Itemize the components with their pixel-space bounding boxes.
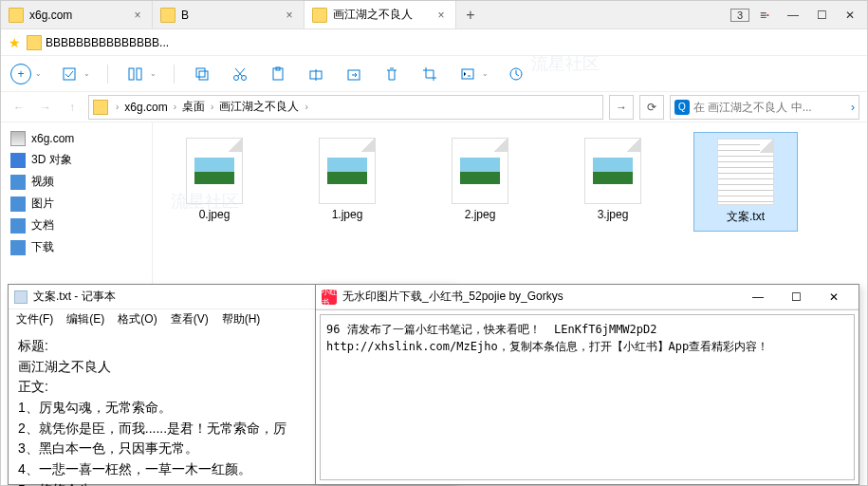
menu-help[interactable]: 帮助(H) xyxy=(222,311,261,327)
menu-file[interactable]: 文件(F) xyxy=(16,311,53,327)
download-icon xyxy=(10,240,26,255)
close-button[interactable]: ✕ xyxy=(837,5,863,26)
url-textarea[interactable] xyxy=(320,314,855,480)
sidebar-label: x6g.com xyxy=(31,132,74,145)
tab-label: x6g.com xyxy=(29,9,125,22)
tab-count-badge: 3 xyxy=(730,9,749,22)
sidebar-item-pictures[interactable]: 图片 xyxy=(5,193,148,215)
folder-icon xyxy=(27,35,42,50)
forward-button[interactable]: → xyxy=(35,97,56,118)
search-go-icon[interactable]: › xyxy=(851,101,855,114)
chevron-down-icon[interactable]: ⌄ xyxy=(83,69,90,78)
sidebar-item-downloads[interactable]: 下载 xyxy=(5,236,148,258)
search-input[interactable] xyxy=(693,101,847,114)
move-button[interactable] xyxy=(343,64,364,84)
history-button[interactable] xyxy=(506,64,526,84)
select-button[interactable] xyxy=(59,64,80,84)
file-name: 文案.txt xyxy=(727,209,765,225)
file-item[interactable]: 0.jpeg xyxy=(162,132,267,232)
chevron-down-icon[interactable]: ⌄ xyxy=(482,69,489,78)
downloader-title: 无水印图片下载_小红书_52pojie by_Gorkys xyxy=(342,289,563,305)
cut-button[interactable] xyxy=(230,64,250,84)
new-button[interactable]: + xyxy=(10,64,31,84)
sidebar-item-documents[interactable]: 文档 xyxy=(5,215,148,236)
svg-point-6 xyxy=(242,75,247,80)
xiaohongshu-icon: 小红书 xyxy=(322,290,337,305)
svg-point-5 xyxy=(234,75,239,80)
copy-button[interactable] xyxy=(192,64,212,84)
menu-view[interactable]: 查看(V) xyxy=(171,311,209,327)
sidebar-label: 文档 xyxy=(31,217,54,234)
sidebar-label: 图片 xyxy=(31,196,54,212)
sidebar-label: 3D 对象 xyxy=(31,152,72,168)
file-item[interactable]: 2.jpeg xyxy=(428,132,532,232)
refresh-button[interactable]: ⟳ xyxy=(639,95,664,120)
window-controls: 3 ≡• — ☐ ✕ xyxy=(730,5,867,26)
search-icon: Q xyxy=(674,100,690,115)
tab-label: B xyxy=(181,9,277,22)
downloader-body xyxy=(316,309,859,484)
file-item-selected[interactable]: 文案.txt xyxy=(693,132,798,232)
delete-button[interactable] xyxy=(381,64,402,84)
folder-icon xyxy=(93,100,108,115)
folder-icon xyxy=(160,8,175,23)
sidebar-item-disk[interactable]: x6g.com xyxy=(5,128,148,149)
star-icon[interactable]: ★ xyxy=(9,35,21,50)
image-thumbnail xyxy=(452,138,508,204)
maximize-button[interactable]: ☐ xyxy=(808,5,835,26)
folder-icon xyxy=(9,8,24,23)
svg-rect-1 xyxy=(129,68,134,80)
breadcrumb: ›x6g.com ›桌面 ›画江湖之不良人 › xyxy=(112,99,312,115)
back-button[interactable]: ← xyxy=(9,97,29,118)
close-icon[interactable]: × xyxy=(434,9,448,22)
new-tab-button[interactable]: + xyxy=(456,7,485,24)
bookmark-folder[interactable]: BBBBBBBBBBBBBBB... xyxy=(27,35,169,50)
crumb-item[interactable]: 画江湖之不良人 xyxy=(219,99,299,115)
minimize-button[interactable]: — xyxy=(739,286,777,308)
maximize-button[interactable]: ☐ xyxy=(777,286,815,308)
menu-format[interactable]: 格式(O) xyxy=(118,311,157,327)
menu-edit[interactable]: 编辑(E) xyxy=(66,311,104,327)
chevron-down-icon[interactable]: ⌄ xyxy=(150,69,157,78)
file-name: 3.jpeg xyxy=(598,208,629,221)
crumb-item[interactable]: x6g.com xyxy=(124,101,167,114)
file-name: 2.jpeg xyxy=(465,208,496,221)
downloader-window: 小红书 无水印图片下载_小红书_52pojie by_Gorkys — ☐ ✕ xyxy=(315,284,859,485)
address-box[interactable]: ›x6g.com ›桌面 ›画江湖之不良人 › xyxy=(88,95,603,120)
close-icon[interactable]: × xyxy=(283,9,296,22)
disk-icon xyxy=(10,131,26,146)
sidebar-item-video[interactable]: 视频 xyxy=(5,171,148,193)
up-button[interactable]: ↑ xyxy=(62,97,83,118)
close-button[interactable]: ✕ xyxy=(815,286,853,308)
file-item[interactable]: 1.jpeg xyxy=(295,132,399,232)
go-button[interactable]: → xyxy=(609,95,634,120)
document-icon xyxy=(10,218,26,234)
paste-button[interactable] xyxy=(268,64,288,84)
downloader-titlebar[interactable]: 小红书 无水印图片下载_小红书_52pojie by_Gorkys — ☐ ✕ xyxy=(316,285,859,309)
folder-icon xyxy=(312,8,327,23)
tab-b[interactable]: B× xyxy=(153,1,305,28)
sidebar-label: 视频 xyxy=(31,174,54,190)
bookmark-bar: ★ BBBBBBBBBBBBBBB... xyxy=(1,29,867,56)
search-box[interactable]: Q › xyxy=(670,95,859,120)
tab-bar: x6g.com× B× 画江湖之不良人× + 3 ≡• — ☐ ✕ xyxy=(1,1,867,29)
chevron-down-icon[interactable]: ⌄ xyxy=(35,69,42,78)
tab-current[interactable]: 画江湖之不良人× xyxy=(305,1,456,28)
crumb-item[interactable]: 桌面 xyxy=(182,99,205,115)
rename-button[interactable] xyxy=(305,64,326,84)
image-thumbnail xyxy=(584,138,641,204)
terminal-button[interactable] xyxy=(457,64,478,84)
bookmark-label: BBBBBBBBBBBBBBB... xyxy=(46,36,169,49)
tab-x6g[interactable]: x6g.com× xyxy=(1,1,153,28)
svg-rect-0 xyxy=(64,68,75,80)
file-name: 1.jpeg xyxy=(332,208,363,221)
layout-button[interactable] xyxy=(125,64,146,84)
minimize-button[interactable]: — xyxy=(780,5,806,26)
sidebar-item-3d[interactable]: 3D 对象 xyxy=(5,149,148,171)
crop-button[interactable] xyxy=(419,64,440,84)
close-icon[interactable]: × xyxy=(131,9,144,22)
file-item[interactable]: 3.jpeg xyxy=(561,132,665,232)
svg-rect-2 xyxy=(137,68,141,80)
menu-icon[interactable]: ≡• xyxy=(751,5,778,26)
svg-rect-4 xyxy=(199,71,208,80)
